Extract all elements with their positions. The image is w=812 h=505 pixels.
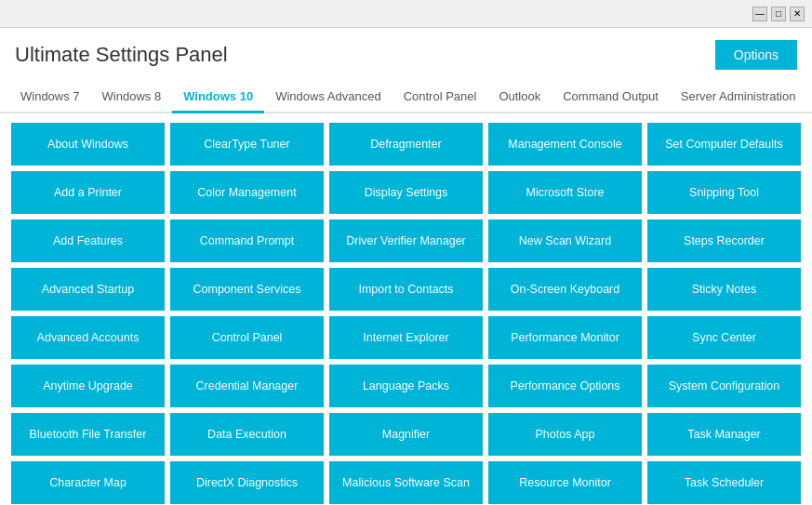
tile-set-computer-defaults[interactable]: Set Computer Defaults: [647, 123, 801, 166]
tab-windows-8[interactable]: Windows 8: [91, 82, 173, 113]
tile-driver-verifier-manager[interactable]: Driver Verifier Manager: [329, 219, 483, 262]
tab-control-panel[interactable]: Control Panel: [393, 82, 488, 113]
tile-photos-app[interactable]: Photos App: [488, 413, 642, 456]
tab-powershell[interactable]: Powershell: [806, 82, 812, 113]
tab-windows-7[interactable]: Windows 7: [9, 82, 91, 113]
tile-task-scheduler[interactable]: Task Scheduler: [647, 461, 801, 504]
tile-new-scan-wizard[interactable]: New Scan Wizard: [488, 219, 642, 262]
tile-color-management[interactable]: Color Management: [170, 171, 324, 214]
window-controls: — □ ✕: [752, 7, 805, 21]
tile-management-console[interactable]: Management Console: [488, 123, 642, 166]
tile-performance-options[interactable]: Performance Options: [488, 365, 642, 407]
tile-steps-recorder[interactable]: Steps Recorder: [647, 219, 801, 262]
tile-import-to-contacts[interactable]: Import to Contacts: [329, 268, 483, 311]
tab-windows-10[interactable]: Windows 10: [172, 82, 264, 113]
tile-character-map[interactable]: Character Map: [11, 461, 165, 504]
tile-performance-monitor[interactable]: Performance Monitor: [488, 316, 642, 359]
tab-outlook[interactable]: Outlook: [487, 82, 552, 113]
tile-task-manager[interactable]: Task Manager: [647, 413, 801, 456]
tile-advanced-startup[interactable]: Advanced Startup: [11, 268, 165, 311]
tile-language-packs[interactable]: Language Packs: [329, 365, 483, 407]
content-area: About WindowsClearType TunerDefragmenter…: [0, 113, 812, 505]
tab-server-administration[interactable]: Server Administration: [670, 82, 807, 113]
tile-resource-monitor[interactable]: Resource Monitor: [488, 461, 642, 504]
tile-malicious-software-scan[interactable]: Malicious Software Scan: [329, 461, 483, 504]
tile-microsoft-store[interactable]: Microsoft Store: [488, 171, 642, 214]
tile-display-settings[interactable]: Display Settings: [329, 171, 483, 214]
tab-bar: Windows 7Windows 8Windows 10Windows Adva…: [0, 82, 812, 113]
options-button[interactable]: Options: [715, 40, 797, 70]
tile-about-windows[interactable]: About Windows: [11, 123, 165, 166]
tile-sticky-notes[interactable]: Sticky Notes: [647, 268, 801, 311]
tab-command-output[interactable]: Command Output: [552, 82, 670, 113]
tile-add-a-printer[interactable]: Add a Printer: [11, 171, 165, 214]
tile-data-execution[interactable]: Data Execution: [170, 413, 324, 456]
title-bar: — □ ✕: [0, 0, 812, 28]
app-title: Ultimate Settings Panel: [15, 43, 228, 67]
tile-anytime-upgrade[interactable]: Anytime Upgrade: [11, 365, 165, 407]
tile-defragmenter[interactable]: Defragmenter: [329, 123, 483, 166]
tile-command-prompt[interactable]: Command Prompt: [170, 219, 324, 262]
tab-windows-advanced[interactable]: Windows Advanced: [264, 82, 392, 113]
tile-system-configuration[interactable]: System Configuration: [647, 365, 801, 407]
tile-cleartype-tuner[interactable]: ClearType Tuner: [170, 123, 324, 166]
tiles-grid: About WindowsClearType TunerDefragmenter…: [11, 123, 801, 504]
header: Ultimate Settings Panel Options: [0, 28, 812, 82]
tile-component-services[interactable]: Component Services: [170, 268, 324, 311]
maximize-button[interactable]: □: [771, 7, 786, 21]
tile-control-panel[interactable]: Control Panel: [170, 316, 324, 359]
tile-on-screen-keyboard[interactable]: On-Screen Keyboard: [488, 268, 642, 311]
tile-credential-manager[interactable]: Credential Manager: [170, 365, 324, 407]
tile-add-features[interactable]: Add Features: [11, 219, 165, 262]
tile-snipping-tool[interactable]: Snipping Tool: [647, 171, 801, 214]
tile-internet-explorer[interactable]: Internet Explorer: [329, 316, 483, 359]
tile-directx-diagnostics[interactable]: DirectX Diagnostics: [170, 461, 324, 504]
close-button[interactable]: ✕: [790, 7, 805, 21]
minimize-button[interactable]: —: [752, 7, 767, 21]
tile-magnifier[interactable]: Magnifier: [329, 413, 483, 456]
tile-sync-center[interactable]: Sync Center: [647, 316, 801, 359]
tile-bluetooth-file-transfer[interactable]: Bluetooth File Transfer: [11, 413, 165, 456]
tile-advanced-accounts[interactable]: Advanced Accounts: [11, 316, 165, 359]
